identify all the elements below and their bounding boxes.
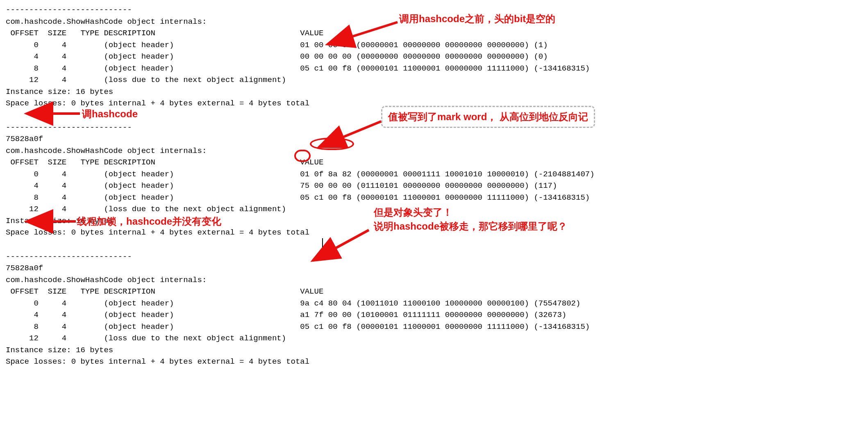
memory-dump-block-3: --------------------------- 75828a0f com… xyxy=(6,251,862,368)
table-row: 8 4 (object header) 05 c1 00 f8 (0000010… xyxy=(6,321,862,333)
hashcode-value: 75828a0f xyxy=(6,133,862,145)
table-header: OFFSET SIZE TYPE DESCRIPTION VALUE xyxy=(6,157,862,169)
table-row: 0 4 (object header) 01 00 00 00 (0000000… xyxy=(6,39,862,51)
table-row: 8 4 (object header) 05 c1 00 f8 (0000010… xyxy=(6,192,862,204)
hashcode-value: 75828a0f xyxy=(6,262,862,274)
table-row: 0 4 (object header) 9a c4 80 04 (1001101… xyxy=(6,298,862,310)
annotation-header-changed-line1: 但是对象头变了！ xyxy=(374,205,452,220)
arrow-icon xyxy=(45,107,82,120)
table-row: 4 4 (object header) 75 00 00 00 (0111010… xyxy=(6,180,862,192)
annotation-header-changed-line2: 说明hashcode被移走，那它移到哪里了呢？ xyxy=(374,219,567,234)
space-losses: Space losses: 0 bytes internal + 4 bytes… xyxy=(6,356,862,368)
annotation-thread-lock: 线程加锁，hashcode并没有变化 xyxy=(77,214,221,229)
annotation-before-hashcode: 调用hashcode之前，头的bit是空的 xyxy=(399,11,555,26)
text-cursor-icon xyxy=(322,238,323,247)
table-row: 4 4 (object header) a1 7f 00 00 (1010000… xyxy=(6,309,862,321)
table-row: 12 4 (loss due to the next object alignm… xyxy=(6,74,862,86)
internals-title: com.hashcode.ShowHashCode object interna… xyxy=(6,274,862,286)
internals-title: com.hashcode.ShowHashCode object interna… xyxy=(6,145,862,157)
table-row: 0 4 (object header) 01 0f 8a 82 (0000000… xyxy=(6,169,862,180)
table-row: 8 4 (object header) 05 c1 00 f8 (0000010… xyxy=(6,63,862,75)
instance-size: Instance size: 16 bytes xyxy=(6,86,862,98)
table-header: OFFSET SIZE TYPE DESCRIPTION VALUE xyxy=(6,27,862,39)
table-row: 12 4 (loss due to the next object alignm… xyxy=(6,333,862,344)
instance-size: Instance size: 16 bytes xyxy=(6,344,862,356)
table-header: OFFSET SIZE TYPE DESCRIPTION VALUE xyxy=(6,286,862,298)
annotation-call-hashcode: 调hashcode xyxy=(82,107,138,121)
annotation-mark-word-box: 值被写到了mark word， 从高位到地位反向记 xyxy=(381,106,595,128)
table-row: 4 4 (object header) 00 00 00 00 (0000000… xyxy=(6,51,862,63)
separator: --------------------------- xyxy=(6,251,862,263)
